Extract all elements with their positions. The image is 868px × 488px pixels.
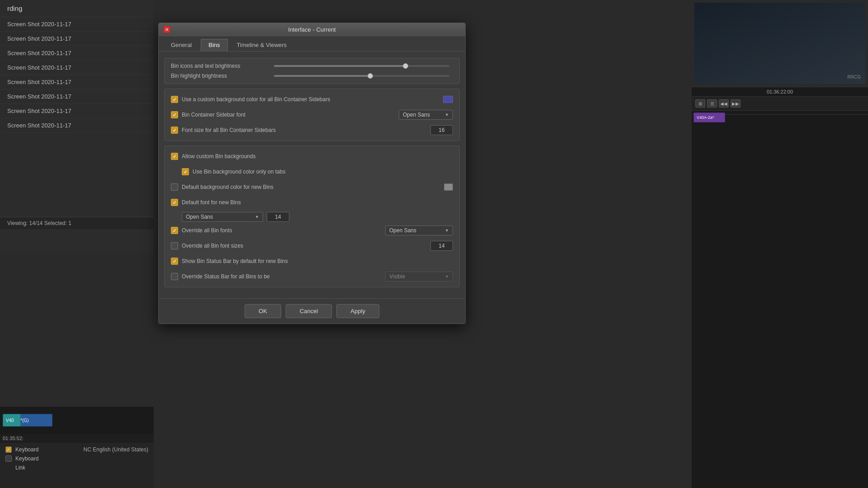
override-fonts-dropdown[interactable]: Open Sans ▼ <box>385 225 453 235</box>
override-fonts-label: Override all Bin fonts <box>182 227 385 234</box>
left-panel: rding Screen Shot 2020-11-17 Screen Shot… <box>0 0 154 253</box>
override-status-bar-label: Override Status Bar for all Bins to be <box>182 273 385 280</box>
font-size-checkbox[interactable] <box>171 127 178 134</box>
sidebar-section: Use a custom background color for all Bi… <box>164 89 460 141</box>
bg-color-swatch[interactable] <box>443 96 453 103</box>
default-bg-color-checkbox[interactable] <box>171 183 178 191</box>
override-status-bar-dropdown[interactable]: Visible ▼ <box>385 272 453 282</box>
default-font-dropdown[interactable]: Open Sans ▼ <box>182 212 263 222</box>
default-bg-swatch[interactable] <box>444 183 453 191</box>
use-bg-tabs-checkbox[interactable] <box>182 168 189 175</box>
override-status-bar-checkbox[interactable] <box>171 273 178 280</box>
preview-watermark: RRCG <box>848 75 861 80</box>
keyboard-label-2: Keyboard <box>15 455 38 462</box>
dialog-footer: OK Cancel Apply <box>159 298 465 324</box>
interface-dialog: ✕ Interface - Current General Bins Timel… <box>158 23 466 324</box>
override-status-bar-arrow: ▼ <box>445 274 449 279</box>
override-fonts-row: Override all Bin fonts Open Sans ▼ <box>171 225 453 236</box>
dialog-titlebar: ✕ Interface - Current <box>159 23 465 36</box>
use-custom-bg-label: Use a custom background color for all Bi… <box>182 96 440 103</box>
sidebar-font-value: Open Sans <box>403 112 430 118</box>
list-item[interactable]: Screen Shot 2020-11-17 <box>0 89 154 104</box>
next-frame-button[interactable]: ▶▶ <box>731 99 741 108</box>
timecode-label: 01:35:52: <box>3 436 24 441</box>
dialog-tabs: General Bins Timeline & Viewers <box>159 36 465 52</box>
brightness-section: Bin icons and text brightness Bin highli… <box>164 58 460 84</box>
tab-timeline-viewers[interactable]: Timeline & Viewers <box>229 39 295 51</box>
list-item[interactable]: Screen Shot 2020-11-17 <box>0 118 154 133</box>
bottom-bar-left: Keyboard NC English (United States) Keyb… <box>0 443 154 488</box>
allow-custom-bg-label: Allow custom Bin backgrounds <box>182 153 453 160</box>
use-custom-bg-row: Use a custom background color for all Bi… <box>171 94 453 105</box>
use-bg-tabs-label: Use Bin background color only on tabs <box>193 169 453 175</box>
icons-brightness-label: Bin icons and text brightness <box>171 63 270 69</box>
override-status-bar-row: Override Status Bar for all Bins to be V… <box>171 271 453 282</box>
list-item[interactable]: Screen Shot 2020-11-17 <box>0 17 154 32</box>
override-font-sizes-field[interactable]: 14 <box>430 241 453 251</box>
icons-brightness-row: Bin icons and text brightness <box>171 63 453 69</box>
left-panel-title: rding <box>0 0 154 17</box>
prev-frame-button[interactable]: ◀◀ <box>719 99 729 108</box>
right-panel: RRCG 01:36:22:00 ⊞ ☰ ◀◀ ▶▶ 40B-2 V40A-2 … <box>692 0 868 488</box>
bins-section: Allow custom Bin backgrounds Use Bin bac… <box>164 145 460 287</box>
show-status-bar-label: Show Bin Status Bar by default for new B… <box>182 258 453 264</box>
list-item[interactable]: Screen Shot 2020-11-17 <box>0 46 154 61</box>
clip-v40: V40 <box>3 414 21 427</box>
sidebar-font-arrow: ▼ <box>445 113 449 117</box>
default-font-label: Default font for new Bins <box>182 199 453 206</box>
font-size-field[interactable]: 16 <box>430 125 453 135</box>
keyboard-label-1: Keyboard <box>15 446 38 453</box>
default-font-checkbox[interactable] <box>171 199 178 206</box>
override-status-bar-value: Visible <box>389 273 405 280</box>
link-label: Link <box>15 465 25 471</box>
keyboard-cb-2[interactable] <box>5 455 12 462</box>
list-item[interactable]: Screen Shot 2020-11-17 <box>0 104 154 118</box>
font-size-label: Font size for all Bin Container Sidebars <box>182 127 430 133</box>
bottom-clips: 39-2b* 40B-2a*(G) V40 <box>0 407 154 434</box>
list-view-button[interactable]: ☰ <box>707 99 717 108</box>
apply-button[interactable]: Apply <box>336 304 379 318</box>
override-fonts-value: Open Sans <box>389 227 416 234</box>
right-clips: 40B-2 V40A-2 40C- V40A-2a* <box>692 111 868 114</box>
font-size-row: Font size for all Bin Container Sidebars… <box>171 124 453 136</box>
highlight-brightness-slider[interactable] <box>274 75 449 77</box>
override-fonts-arrow: ▼ <box>445 228 449 233</box>
show-status-bar-row: Show Bin Status Bar by default for new B… <box>171 255 453 267</box>
sidebar-font-dropdown[interactable]: Open Sans ▼ <box>399 110 453 120</box>
grid-view-button[interactable]: ⊞ <box>695 99 705 108</box>
default-font-arrow: ▼ <box>255 215 259 219</box>
default-font-value: Open Sans <box>186 214 213 220</box>
close-button[interactable]: ✕ <box>163 26 170 33</box>
use-custom-bg-checkbox[interactable] <box>171 96 178 103</box>
default-bg-color-label: Default background color for new Bins <box>182 184 441 190</box>
clip-v40a2a-right: V40A-2a* <box>693 113 725 122</box>
allow-custom-bg-row: Allow custom Bin backgrounds <box>171 150 453 162</box>
dialog-title: Interface - Current <box>170 26 453 33</box>
right-timecode-top: 01:36:22:00 <box>692 87 868 97</box>
icons-brightness-slider[interactable] <box>274 65 449 67</box>
list-item[interactable]: Screen Shot 2020-11-17 <box>0 75 154 89</box>
viewing-status: Viewing: 14/14 Selected: 1 <box>7 220 71 226</box>
sidebar-font-checkbox[interactable] <box>171 111 178 118</box>
override-font-sizes-row: Override all Bin font sizes 14 <box>171 240 453 252</box>
sidebar-font-label: Bin Container Sidebar font <box>182 112 399 118</box>
highlight-brightness-row: Bin highlight brightness <box>171 73 453 79</box>
viewing-bar: Viewing: 14/14 Selected: 1 <box>0 217 154 229</box>
video-preview: RRCG <box>694 3 865 84</box>
keyboard-value-1: NC English (United States) <box>84 446 148 453</box>
allow-custom-bg-checkbox[interactable] <box>171 153 178 160</box>
cancel-button[interactable]: Cancel <box>286 304 332 318</box>
sidebar-font-row: Bin Container Sidebar font Open Sans ▼ <box>171 109 453 121</box>
override-fonts-checkbox[interactable] <box>171 227 178 234</box>
list-item[interactable]: Screen Shot 2020-11-17 <box>0 61 154 75</box>
use-bg-tabs-row: Use Bin background color only on tabs <box>182 166 453 178</box>
show-status-bar-checkbox[interactable] <box>171 258 178 265</box>
default-font-row: Default font for new Bins <box>171 197 453 208</box>
tab-general[interactable]: General <box>163 39 199 51</box>
ok-button[interactable]: OK <box>245 304 281 318</box>
tab-bins[interactable]: Bins <box>201 39 227 51</box>
default-font-size-field[interactable]: 14 <box>267 212 289 222</box>
override-font-sizes-checkbox[interactable] <box>171 242 178 249</box>
keyboard-cb-1[interactable] <box>5 446 12 453</box>
list-item[interactable]: Screen Shot 2020-11-17 <box>0 32 154 46</box>
